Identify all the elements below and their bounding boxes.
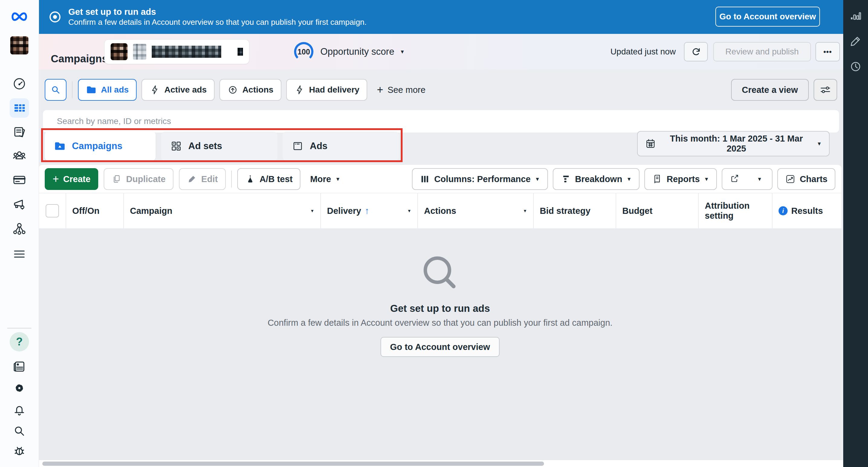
campaigns-folder-icon	[54, 140, 66, 152]
sidebar-item-audiences[interactable]	[11, 147, 28, 164]
flask-icon	[245, 174, 255, 184]
breakdown-dropdown[interactable]: Breakdown ▼	[553, 168, 640, 190]
column-header-budget: Budget	[616, 193, 699, 228]
tab-campaigns[interactable]: Campaigns	[45, 132, 156, 160]
columns-dropdown[interactable]: Columns: Performance ▼	[412, 168, 548, 190]
sidebar-item-campaigns[interactable]	[10, 98, 29, 118]
table-empty-state: Get set up to run ads Confirm a few deta…	[39, 228, 841, 460]
avatar	[10, 36, 28, 54]
filter-chip-label: Active ads	[164, 85, 207, 95]
filter-bar: All ads Active ads Actions Had delivery …	[39, 69, 843, 110]
sidebar-item-updates[interactable]	[11, 358, 28, 375]
duplicate-button[interactable]: Duplicate	[104, 168, 174, 190]
main-content: Campaigns 100 Opportunity score ▼ Update…	[39, 34, 843, 467]
chevron-down-icon: ▼	[817, 141, 822, 146]
empty-state-account-overview-button[interactable]: Go to Account overview	[380, 337, 500, 357]
sidebar-item-all-tools[interactable]	[11, 245, 28, 263]
see-more-label: See more	[388, 85, 426, 95]
tab-ad-sets[interactable]: Ad sets	[161, 132, 277, 160]
filter-chip-had-delivery[interactable]: Had delivery	[286, 79, 368, 101]
tab-ads[interactable]: Ads	[283, 132, 399, 160]
meta-logo[interactable]	[10, 7, 29, 26]
filter-chip-all-ads[interactable]: All ads	[78, 79, 136, 101]
help-button[interactable]: ?	[10, 332, 29, 351]
see-more-button[interactable]: + See more	[372, 84, 430, 95]
ad-sets-grid-icon	[170, 140, 182, 152]
campaigns-table-icon	[12, 101, 27, 115]
sidebar-item-billing[interactable]	[11, 172, 28, 188]
pencil-icon	[849, 34, 862, 48]
column-header-campaign[interactable]: Campaign ▼	[124, 193, 321, 228]
chevron-down-icon: ▼	[400, 49, 405, 54]
circle-up-arrow-icon	[227, 84, 238, 95]
create-view-button[interactable]: Create a view	[731, 79, 809, 101]
insights-button[interactable]	[848, 8, 863, 23]
header-more-button[interactable]: •••	[815, 42, 840, 61]
horizontal-scrollbar-thumb[interactable]	[42, 462, 544, 466]
chevron-down-icon: ▼	[336, 177, 341, 182]
column-header-bid-strategy: Bid strategy	[534, 193, 616, 228]
refresh-icon	[690, 46, 702, 58]
more-dropdown[interactable]: More ▼	[306, 168, 345, 190]
chevron-down-icon: ▼	[757, 177, 762, 182]
calendar-icon	[645, 138, 656, 149]
audiences-people-icon	[12, 148, 27, 163]
export-button[interactable]	[722, 169, 747, 189]
line-chart-icon	[785, 174, 796, 184]
create-button[interactable]: + Create	[45, 168, 98, 190]
column-label: Actions	[424, 206, 456, 216]
bar-chart-icon	[849, 9, 862, 22]
table-toolbar: + Create Duplicate Edit A/B test	[45, 167, 835, 191]
columns-label: Columns: Performance	[434, 174, 531, 184]
credit-card-icon	[12, 173, 27, 187]
hamburger-menu-icon	[12, 247, 27, 261]
select-all-checkbox[interactable]	[45, 204, 59, 217]
large-search-icon	[421, 253, 460, 292]
filter-chip-active-ads[interactable]: Active ads	[142, 79, 215, 101]
edit-button[interactable]: Edit	[179, 168, 226, 190]
report-bug-button[interactable]	[11, 442, 28, 459]
ad-account-selector[interactable]	[104, 39, 249, 64]
search-filter-button[interactable]	[45, 79, 66, 101]
sidebar-item-account-overview[interactable]	[11, 75, 28, 92]
search-button-rail[interactable]	[11, 422, 28, 439]
chevron-down-icon: ▼	[535, 177, 540, 182]
sidebar-item-business-assets[interactable]	[11, 220, 28, 237]
column-label: Off/On	[72, 206, 99, 216]
filter-chip-actions[interactable]: Actions	[219, 79, 281, 101]
review-publish-button[interactable]: Review and publish	[713, 42, 811, 61]
reports-dropdown[interactable]: Reports ▼	[644, 168, 717, 190]
create-label: Create	[63, 174, 90, 184]
search-input[interactable]	[56, 116, 774, 126]
sidebar-item-advertising-settings[interactable]	[11, 196, 28, 213]
sidebar-item-ads-reporting[interactable]	[11, 124, 28, 141]
chevron-down-icon: ▼	[407, 209, 411, 213]
view-settings-button[interactable]	[814, 79, 837, 101]
info-icon: i	[779, 206, 787, 215]
search-icon	[50, 84, 61, 95]
settings-button[interactable]	[11, 380, 28, 397]
history-button[interactable]	[848, 59, 863, 74]
gauge-icon	[12, 77, 27, 91]
export-options-button[interactable]: ▼	[747, 169, 772, 189]
notifications-button[interactable]	[11, 401, 28, 418]
refresh-button[interactable]	[684, 42, 708, 61]
date-range-dropdown[interactable]: This month: 1 Mar 2025 - 31 Mar 2025 ▼	[637, 131, 830, 156]
column-header-attribution: Attribution setting	[699, 193, 773, 228]
rail-divider	[7, 328, 31, 328]
business-avatar[interactable]	[10, 36, 29, 55]
edit-panel-button[interactable]	[848, 34, 863, 49]
ab-test-button[interactable]: A/B test	[237, 168, 301, 190]
table-header-row: Off/On Campaign ▼ Delivery ↑ ▼ Actions ▼…	[39, 193, 841, 228]
date-range-label: This month: 1 Mar 2025 - 31 Mar 2025	[661, 134, 811, 154]
column-header-actions[interactable]: Actions ▼	[418, 193, 534, 228]
banner-account-overview-button[interactable]: Go to Account overview	[715, 7, 820, 27]
opportunity-score-dropdown[interactable]: Opportunity score ▼	[320, 34, 405, 69]
assets-hierarchy-icon	[12, 222, 27, 236]
bell-icon	[12, 403, 27, 417]
charts-button[interactable]: Charts	[777, 168, 835, 190]
column-header-delivery[interactable]: Delivery ↑ ▼	[321, 193, 418, 228]
breakdown-icon	[561, 174, 571, 184]
empty-state-description: Confirm a few details in Account overvie…	[268, 318, 612, 328]
account-icon-redacted	[133, 44, 146, 60]
